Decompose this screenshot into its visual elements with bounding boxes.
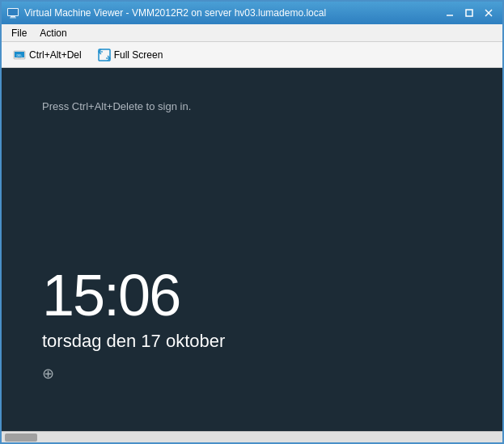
close-button[interactable]: [480, 6, 498, 20]
vm-viewport[interactable]: Press Ctrl+Alt+Delete to sign in. 15:06 …: [2, 68, 502, 431]
date-display: torsdag den 17 oktober: [42, 331, 225, 352]
svg-rect-10: [18, 57, 21, 58]
svg-rect-12: [99, 49, 110, 61]
svg-rect-3: [10, 18, 16, 19]
title-bar: Virtual Machine Viewer - VMM2012R2 on se…: [2, 2, 502, 24]
scrollbar-thumb[interactable]: [5, 433, 37, 442]
full-screen-button[interactable]: Full Screen: [91, 44, 170, 66]
full-screen-label: Full Screen: [114, 49, 163, 61]
window-title: Virtual Machine Viewer - VMM2012R2 on se…: [24, 7, 441, 19]
scrollbar-area[interactable]: [2, 431, 502, 442]
svg-rect-5: [466, 10, 472, 16]
svg-rect-1: [8, 9, 18, 15]
ctrl-alt-del-icon: DEL: [13, 49, 26, 61]
signin-prompt: Press Ctrl+Alt+Delete to sign in.: [42, 100, 191, 112]
main-window: Virtual Machine Viewer - VMM2012R2 on se…: [0, 0, 504, 444]
restore-button[interactable]: [460, 6, 478, 20]
app-icon: [6, 6, 19, 19]
svg-rect-2: [11, 16, 15, 18]
time-display: 15:06: [42, 266, 225, 324]
minimize-button[interactable]: [441, 6, 459, 20]
svg-text:DEL: DEL: [16, 53, 23, 57]
lock-icon: ⊕: [42, 365, 225, 383]
menu-action[interactable]: Action: [33, 24, 73, 41]
ctrl-alt-del-label: Ctrl+Alt+Del: [29, 49, 82, 61]
lock-screen-content: 15:06 torsdag den 17 oktober ⊕: [42, 266, 225, 383]
toolbar: DEL Ctrl+Alt+Del Full Screen: [2, 42, 502, 68]
ctrl-alt-del-button[interactable]: DEL Ctrl+Alt+Del: [6, 44, 88, 66]
full-screen-icon: [98, 49, 111, 61]
window-controls: [441, 6, 498, 20]
menu-file[interactable]: File: [5, 24, 33, 41]
menu-bar: File Action: [2, 24, 502, 42]
